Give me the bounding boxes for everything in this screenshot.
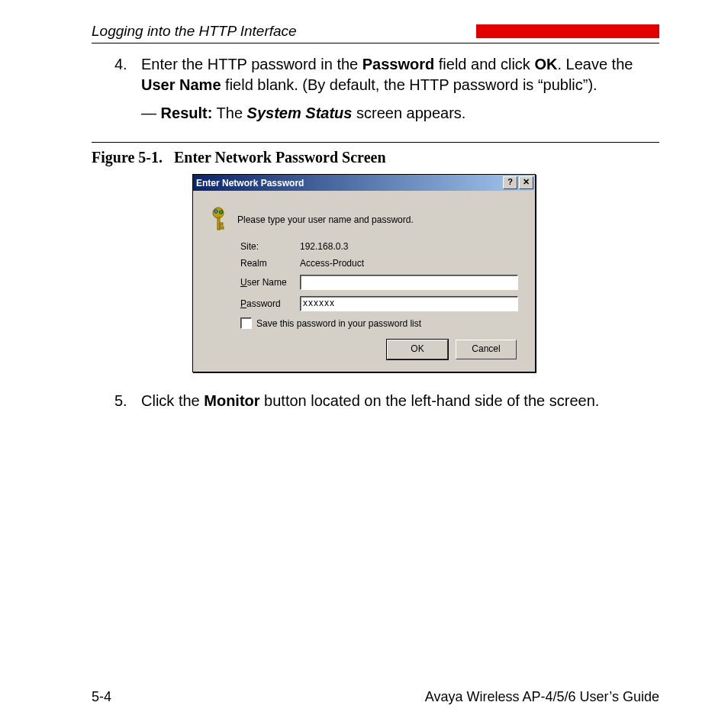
header-rule (92, 43, 659, 43)
bold-monitor: Monitor (204, 392, 259, 409)
realm-value: Access-Product (300, 258, 364, 269)
svg-rect-4 (220, 223, 223, 225)
password-label: Password (240, 298, 300, 309)
figure-title: Enter Network Password Screen (174, 149, 386, 166)
result-label: Result: (161, 105, 213, 121)
figure-number: Figure 5-1. (92, 149, 163, 166)
cancel-button[interactable]: Cancel (456, 340, 517, 359)
book-title: Avaya Wireless AP-4/5/6 User’s Guide (425, 689, 659, 705)
save-password-label: Save this password in your password list (256, 318, 421, 329)
page-footer: 5-4 Avaya Wireless AP-4/5/6 User’s Guide (0, 689, 728, 705)
svg-rect-5 (220, 227, 224, 229)
step-body: Enter the HTTP password in the Password … (141, 54, 659, 95)
help-button[interactable]: ? (503, 176, 517, 189)
emph-system-status: System Status (247, 105, 353, 121)
dialog-title: Enter Network Password (196, 178, 304, 188)
mnemonic: P (240, 298, 246, 309)
page-number: 5-4 (92, 689, 425, 705)
step-body: Click the Monitor button located on the … (141, 391, 659, 411)
step-number: 4. (114, 54, 141, 95)
text: Click the (141, 392, 204, 409)
text: . Leave the (557, 56, 633, 72)
realm-label: Realm (240, 258, 300, 269)
text: field blank. (By default, the HTTP passw… (221, 76, 598, 93)
ok-button[interactable]: OK (387, 340, 448, 359)
figure-rule (92, 142, 659, 143)
svg-point-2 (219, 211, 222, 214)
bold-ok: OK (534, 56, 557, 72)
bold-password: Password (362, 56, 434, 72)
page-header: Logging into the HTTP Interface (92, 23, 476, 40)
mnemonic: U (240, 277, 247, 288)
header-accent-bar (476, 24, 659, 38)
dash: — (141, 105, 161, 121)
step-5: 5. Click the Monitor button located on t… (114, 391, 659, 411)
site-label: Site: (240, 241, 300, 252)
username-label: User Name (240, 277, 300, 288)
username-input[interactable] (300, 275, 518, 290)
text: screen appears. (352, 105, 465, 121)
close-button[interactable]: ✕ (519, 176, 533, 189)
save-password-checkbox[interactable] (240, 317, 252, 329)
figure-caption: Figure 5-1. Enter Network Password Scree… (92, 149, 659, 166)
key-icon (210, 206, 237, 234)
svg-point-1 (214, 210, 217, 213)
mnemonic: S (256, 318, 263, 329)
dialog-titlebar: Enter Network Password ? ✕ (193, 175, 535, 191)
text: field and click (434, 56, 534, 72)
step-4-result: — Result: The System Status screen appea… (141, 103, 659, 124)
step-number: 5. (114, 391, 141, 411)
bold-username: User Name (141, 76, 221, 93)
text: The (212, 105, 246, 121)
dialog-prompt: Please type your user name and password. (237, 214, 414, 225)
site-value: 192.168.0.3 (300, 241, 348, 252)
enter-network-password-dialog: Enter Network Password ? ✕ (192, 174, 536, 372)
step-4: 4. Enter the HTTP password in the Passwo… (114, 54, 659, 95)
password-input[interactable]: xxxxxx (300, 296, 518, 311)
text: button located on the left-hand side of … (260, 392, 600, 409)
text: Enter the HTTP password in the (141, 56, 362, 72)
